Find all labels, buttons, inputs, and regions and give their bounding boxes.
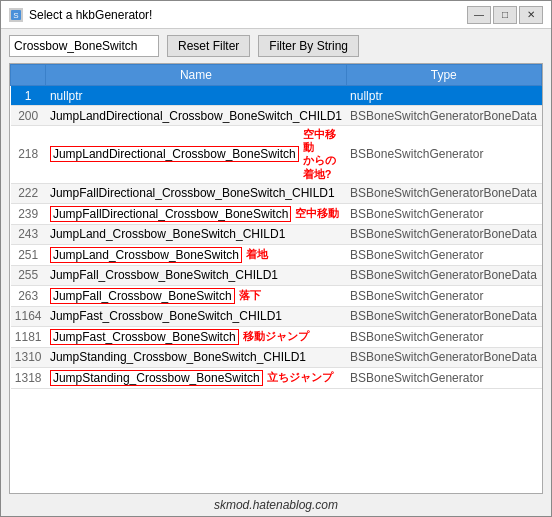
table-row[interactable]: 222JumpFallDirectional_Crossbow_BoneSwit… xyxy=(11,183,542,203)
cell-type: BSBoneSwitchGenerator xyxy=(346,244,541,265)
cell-name: JumpStanding_Crossbow_BoneSwitch立ちジャンプ xyxy=(46,367,346,388)
app-icon: S xyxy=(9,8,23,22)
cell-num: 1310 xyxy=(11,347,46,367)
annotation-text: 移動ジャンプ xyxy=(243,330,309,343)
col-name-header: Name xyxy=(46,65,346,86)
watermark: skmod.hatenablog.com xyxy=(1,494,551,516)
name-redbox: JumpFast_Crossbow_BoneSwitch xyxy=(50,329,239,345)
col-num-header xyxy=(11,65,46,86)
cell-num: 251 xyxy=(11,244,46,265)
cell-type: BSBoneSwitchGenerator xyxy=(346,326,541,347)
maximize-button[interactable]: □ xyxy=(493,6,517,24)
cell-type: BSBoneSwitchGeneratorBoneData xyxy=(346,265,541,285)
cell-name: JumpFall_Crossbow_BoneSwitch落下 xyxy=(46,285,346,306)
table-row[interactable]: 263JumpFall_Crossbow_BoneSwitch落下BSBoneS… xyxy=(11,285,542,306)
cell-name: nullptr xyxy=(46,86,346,106)
cell-type: BSBoneSwitchGeneratorBoneData xyxy=(346,106,541,126)
cell-num: 1164 xyxy=(11,306,46,326)
table-row[interactable]: 243JumpLand_Crossbow_BoneSwitch_CHILD1BS… xyxy=(11,224,542,244)
table-row[interactable]: 1164JumpFast_Crossbow_BoneSwitch_CHILD1B… xyxy=(11,306,542,326)
table-row[interactable]: 1310JumpStanding_Crossbow_BoneSwitch_CHI… xyxy=(11,347,542,367)
reset-filter-button[interactable]: Reset Filter xyxy=(167,35,250,57)
table-row[interactable]: 200JumpLandDirectional_Crossbow_BoneSwit… xyxy=(11,106,542,126)
cell-name: JumpLandDirectional_Crossbow_BoneSwitch_… xyxy=(46,106,346,126)
cell-num: 239 xyxy=(11,203,46,224)
minimize-button[interactable]: — xyxy=(467,6,491,24)
cell-type: BSBoneSwitchGeneratorBoneData xyxy=(346,347,541,367)
annotation-text: 空中移動 からの 着地? xyxy=(303,128,342,181)
table-row[interactable]: 251JumpLand_Crossbow_BoneSwitch着地BSBoneS… xyxy=(11,244,542,265)
cell-type: BSBoneSwitchGenerator xyxy=(346,285,541,306)
cell-type: BSBoneSwitchGenerator xyxy=(346,126,541,184)
name-text: JumpFall_Crossbow_BoneSwitch_CHILD1 xyxy=(50,268,278,282)
name-redbox: JumpLandDirectional_Crossbow_BoneSwitch xyxy=(50,146,299,162)
annotation-text: 立ちジャンプ xyxy=(267,371,333,384)
name-text: JumpFallDirectional_Crossbow_BoneSwitch_… xyxy=(50,186,335,200)
cell-type: BSBoneSwitchGeneratorBoneData xyxy=(346,224,541,244)
table-row[interactable]: 1181JumpFast_Crossbow_BoneSwitch移動ジャンプBS… xyxy=(11,326,542,347)
title-bar: S Select a hkbGenerator! — □ ✕ xyxy=(1,1,551,29)
title-controls: — □ ✕ xyxy=(467,6,543,24)
cell-num: 263 xyxy=(11,285,46,306)
filter-input[interactable] xyxy=(9,35,159,57)
cell-type: nullptr xyxy=(346,86,541,106)
cell-name: JumpFall_Crossbow_BoneSwitch_CHILD1 xyxy=(46,265,346,285)
filter-by-string-button[interactable]: Filter By String xyxy=(258,35,359,57)
cell-name: JumpFast_Crossbow_BoneSwitch移動ジャンプ xyxy=(46,326,346,347)
table-body: 1nullptrnullptr200JumpLandDirectional_Cr… xyxy=(11,86,542,389)
annotation-text: 落下 xyxy=(239,289,261,302)
cell-num: 243 xyxy=(11,224,46,244)
cell-name: JumpFast_Crossbow_BoneSwitch_CHILD1 xyxy=(46,306,346,326)
annotation-text: 着地 xyxy=(246,248,268,261)
name-redbox: JumpFallDirectional_Crossbow_BoneSwitch xyxy=(50,206,291,222)
cell-name: JumpLand_Crossbow_BoneSwitch_CHILD1 xyxy=(46,224,346,244)
title-bar-left: S Select a hkbGenerator! xyxy=(9,8,152,22)
table-row[interactable]: 1318JumpStanding_Crossbow_BoneSwitch立ちジャ… xyxy=(11,367,542,388)
window-title: Select a hkbGenerator! xyxy=(29,8,152,22)
name-text: nullptr xyxy=(50,89,83,103)
cell-num: 1181 xyxy=(11,326,46,347)
table-row[interactable]: 255JumpFall_Crossbow_BoneSwitch_CHILD1BS… xyxy=(11,265,542,285)
cell-name: JumpFallDirectional_Crossbow_BoneSwitch空… xyxy=(46,203,346,224)
table-row[interactable]: 1nullptrnullptr xyxy=(11,86,542,106)
toolbar: Reset Filter Filter By String xyxy=(1,29,551,63)
cell-num: 1318 xyxy=(11,367,46,388)
results-table: Name Type 1nullptrnullptr200JumpLandDire… xyxy=(10,64,542,389)
annotation-text: 空中移動 xyxy=(295,207,339,220)
cell-type: BSBoneSwitchGenerator xyxy=(346,203,541,224)
name-redbox: JumpFall_Crossbow_BoneSwitch xyxy=(50,288,235,304)
name-redbox: JumpLand_Crossbow_BoneSwitch xyxy=(50,247,242,263)
table-row[interactable]: 239JumpFallDirectional_Crossbow_BoneSwit… xyxy=(11,203,542,224)
cell-num: 200 xyxy=(11,106,46,126)
cell-name: JumpFallDirectional_Crossbow_BoneSwitch_… xyxy=(46,183,346,203)
cell-type: BSBoneSwitchGeneratorBoneData xyxy=(346,183,541,203)
close-button[interactable]: ✕ xyxy=(519,6,543,24)
cell-num: 1 xyxy=(11,86,46,106)
table-header-row: Name Type xyxy=(11,65,542,86)
cell-num: 222 xyxy=(11,183,46,203)
col-type-header: Type xyxy=(346,65,541,86)
main-window: S Select a hkbGenerator! — □ ✕ Reset Fil… xyxy=(0,0,552,517)
table-row[interactable]: 218JumpLandDirectional_Crossbow_BoneSwit… xyxy=(11,126,542,184)
name-redbox: JumpStanding_Crossbow_BoneSwitch xyxy=(50,370,263,386)
name-text: JumpLand_Crossbow_BoneSwitch_CHILD1 xyxy=(50,227,285,241)
cell-num: 218 xyxy=(11,126,46,184)
cell-num: 255 xyxy=(11,265,46,285)
cell-type: BSBoneSwitchGeneratorBoneData xyxy=(346,306,541,326)
cell-type: BSBoneSwitchGenerator xyxy=(346,367,541,388)
name-text: JumpFast_Crossbow_BoneSwitch_CHILD1 xyxy=(50,309,282,323)
cell-name: JumpLandDirectional_Crossbow_BoneSwitch空… xyxy=(46,126,346,184)
name-text: JumpStanding_Crossbow_BoneSwitch_CHILD1 xyxy=(50,350,306,364)
name-text: JumpLandDirectional_Crossbow_BoneSwitch_… xyxy=(50,109,342,123)
cell-name: JumpStanding_Crossbow_BoneSwitch_CHILD1 xyxy=(46,347,346,367)
svg-text:S: S xyxy=(13,11,18,20)
cell-name: JumpLand_Crossbow_BoneSwitch着地 xyxy=(46,244,346,265)
table-container: Name Type 1nullptrnullptr200JumpLandDire… xyxy=(9,63,543,494)
